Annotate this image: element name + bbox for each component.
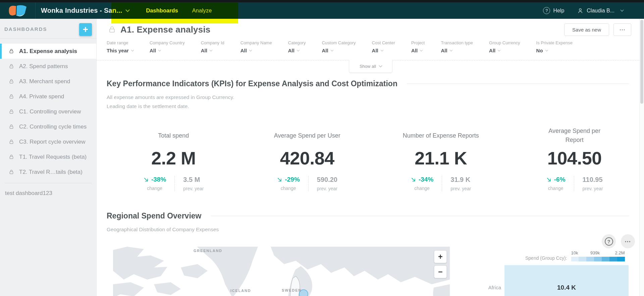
world-map[interactable]: GREENLAND ICELAND SWEDEN bbox=[113, 247, 450, 296]
tab-dashboards[interactable]: Dashboards bbox=[146, 7, 178, 14]
header-actions: Save as new ⋯ bbox=[564, 23, 631, 36]
filter-project[interactable]: Project All bbox=[411, 40, 425, 60]
sidebar-item[interactable]: A1. Expense analysis bbox=[0, 44, 96, 59]
sidebar-item[interactable]: C1. Controlling overview bbox=[0, 104, 96, 119]
lock-icon bbox=[108, 25, 116, 34]
chevron-down-icon bbox=[158, 48, 161, 51]
user-menu[interactable]: Claudia B... bbox=[577, 7, 623, 14]
prev-year-value: 110.95 bbox=[583, 176, 603, 184]
prev-year-value: 31.9 K bbox=[450, 176, 471, 184]
filter-label: Transaction type bbox=[441, 40, 473, 45]
sidebar-item-label: A4. Private spend bbox=[19, 93, 64, 100]
filter-value: No bbox=[536, 48, 543, 53]
filter-company-name[interactable]: Company Name All bbox=[240, 40, 272, 60]
filter-value: All bbox=[150, 48, 156, 53]
lock-icon bbox=[9, 169, 14, 175]
kpi-card-total-spend: Total spend 2.2 M -38% change 3.5 M prev… bbox=[107, 126, 240, 191]
chevron-down-icon bbox=[420, 48, 423, 51]
company-selector[interactable]: Wonka Industries - San... bbox=[36, 2, 134, 19]
arrow-down-right-icon bbox=[411, 177, 416, 183]
map-label-sweden: SWEDEN bbox=[282, 288, 302, 292]
legend-swatch bbox=[594, 257, 602, 261]
spend-legend: Spend (Group Ccy): 10k 939k 2.2M bbox=[525, 250, 625, 261]
add-dashboard-button[interactable]: + bbox=[79, 23, 92, 36]
change-label: change bbox=[143, 186, 166, 191]
chart-help-button[interactable]: ? bbox=[602, 234, 616, 248]
kpi-section: Key Performance Indicators (KPIs) for Ex… bbox=[107, 79, 629, 111]
lock-icon bbox=[9, 154, 14, 160]
filter-company-country[interactable]: Company Country All bbox=[150, 40, 185, 60]
show-all-filters-button[interactable]: Show all bbox=[349, 60, 392, 73]
map-label-iceland: ICELAND bbox=[230, 289, 251, 293]
filter-value: This year bbox=[107, 48, 129, 53]
sidebar-item[interactable]: A3. Merchant spend bbox=[0, 74, 96, 89]
filter-label: Date range bbox=[107, 40, 133, 45]
kpi-card-title: Average Spend per Report bbox=[544, 126, 605, 146]
filter-label: Group Currency bbox=[489, 40, 520, 45]
more-options-button[interactable]: ⋯ bbox=[613, 23, 631, 36]
legend-swatch bbox=[617, 257, 625, 261]
filter-value: All bbox=[441, 48, 447, 53]
tab-analyze[interactable]: Analyze bbox=[192, 7, 212, 14]
regional-section: Regional Spend Overview Geographical Dis… bbox=[107, 211, 629, 234]
filter-group-currency[interactable]: Group Currency All bbox=[489, 40, 520, 60]
filter-is-private-expense[interactable]: Is Private Expense No bbox=[536, 40, 573, 60]
window-top-edge bbox=[0, 0, 644, 2]
sidebar-item-label: T1. Travel Requests (beta) bbox=[19, 154, 87, 160]
app-logo[interactable] bbox=[0, 2, 36, 19]
sidebar-item[interactable]: C2. Controlling cycle times bbox=[0, 119, 96, 134]
africa-spend-bar[interactable]: 10.4 K bbox=[504, 265, 629, 296]
sidebar-item-label: A2. Spend patterns bbox=[19, 63, 68, 70]
arrow-down-right-icon bbox=[143, 177, 149, 183]
sidebar-item-label: test dashboard123 bbox=[5, 190, 52, 197]
filter-custom-category[interactable]: Custom Category All bbox=[322, 40, 356, 60]
section-rule bbox=[407, 84, 629, 84]
sidebar-item[interactable]: A4. Private spend bbox=[0, 89, 96, 104]
prev-year-value: 590.20 bbox=[317, 176, 337, 184]
sidebar-item-label: A3. Merchant spend bbox=[19, 78, 70, 85]
filter-bar: Date range This year Company Country All… bbox=[97, 37, 639, 60]
chevron-down-icon bbox=[621, 8, 624, 12]
filter-date-range[interactable]: Date range This year bbox=[107, 40, 133, 60]
sidebar-item[interactable]: test dashboard123 bbox=[0, 185, 96, 201]
legend-tick: 10k bbox=[571, 250, 578, 255]
show-all-label: Show all bbox=[360, 64, 376, 69]
filter-category[interactable]: Category All bbox=[288, 40, 306, 60]
sidebar-item[interactable]: T2. Travel R…tails (beta) bbox=[0, 164, 96, 180]
chart-more-button[interactable]: ⋯ bbox=[621, 234, 635, 248]
filter-company-id[interactable]: Company Id All bbox=[201, 40, 224, 60]
filter-label: Company Id bbox=[201, 40, 224, 45]
sidebar-item[interactable]: T1. Travel Requests (beta) bbox=[0, 149, 96, 164]
filter-label: Company Name bbox=[240, 40, 272, 45]
dashboard-list: A1. Expense analysis A2. Spend patterns … bbox=[0, 39, 96, 201]
chevron-down-icon bbox=[381, 48, 383, 51]
help-icon: ? bbox=[543, 7, 550, 14]
legend-label: Spend (Group Ccy): bbox=[525, 255, 567, 261]
filter-cost-center[interactable]: Cost Center All bbox=[372, 40, 395, 60]
zoom-in-button[interactable]: + bbox=[434, 250, 447, 263]
filter-value: All bbox=[201, 48, 207, 53]
arrow-down-right-icon bbox=[546, 177, 552, 183]
help-button[interactable]: ? Help bbox=[543, 7, 564, 14]
filter-label: Cost Center bbox=[372, 40, 395, 45]
kpi-card-avg-spend-per-user: Average Spend per User 420.84 -29% chang… bbox=[240, 126, 374, 191]
filter-transaction-type[interactable]: Transaction type All bbox=[441, 40, 473, 60]
save-as-new-button[interactable]: Save as new bbox=[564, 23, 609, 36]
category-label-africa: Africa bbox=[466, 285, 501, 290]
chevron-down-icon bbox=[249, 48, 252, 51]
prev-year-label: prev. year bbox=[183, 186, 204, 191]
zoom-out-button[interactable]: − bbox=[434, 265, 447, 278]
arrow-down-right-icon bbox=[277, 177, 282, 183]
prev-year-value: 3.5 M bbox=[183, 176, 204, 184]
sidebar-item[interactable]: A2. Spend patterns bbox=[0, 59, 96, 74]
prev-year-label: prev. year bbox=[450, 186, 471, 191]
logo-icon bbox=[7, 4, 28, 17]
filter-label: Custom Category bbox=[322, 40, 356, 45]
lock-icon bbox=[9, 139, 14, 145]
dashboards-sidebar: DASHBOARDS + A1. Expense analysis A2. Sp… bbox=[0, 19, 97, 296]
legend-swatch bbox=[602, 257, 609, 261]
lock-icon bbox=[9, 79, 14, 84]
filter-value: All bbox=[489, 48, 495, 53]
sidebar-item[interactable]: C3. Report cycle overview bbox=[0, 134, 96, 149]
scrollbar-thumb[interactable] bbox=[640, 20, 643, 104]
